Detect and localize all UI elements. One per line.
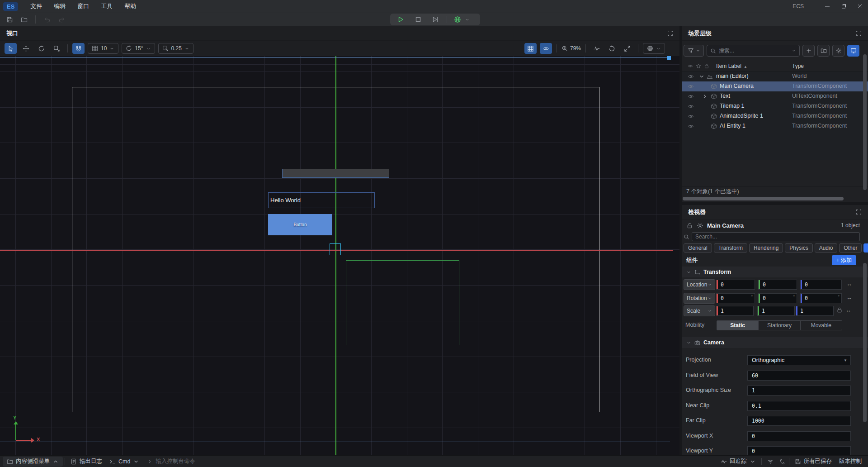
near-clip-input[interactable] [748,403,850,409]
hierarchy-settings-button[interactable] [832,45,844,57]
scene-canvas[interactable]: Hello World Button Y X [0,56,679,455]
hierarchy-row-ai-entity[interactable]: AI Entity 1 TransformComponent [682,121,868,131]
filter-button[interactable] [684,45,704,57]
run-target-dropdown[interactable] [464,15,470,24]
ui-panel-bar[interactable] [282,169,389,178]
hierarchy-row-tilemap[interactable]: Tilemap 1 TransformComponent [682,101,868,111]
run-target-button[interactable] [453,15,462,24]
hierarchy-expand-button[interactable] [856,30,862,36]
redo-button[interactable] [57,14,66,24]
rotation-y-field[interactable]: ° [758,293,797,303]
selection-handle[interactable] [667,56,671,60]
scale-tool-button[interactable] [51,43,63,54]
inspector-search-input[interactable] [695,234,856,240]
world-view-dropdown[interactable] [643,43,665,54]
rotation-z-input[interactable] [802,294,838,303]
select-tool-button[interactable] [5,43,17,54]
projection-dropdown[interactable]: Orthographic ▼ [747,355,851,365]
field-of-view-field[interactable] [747,371,851,381]
minimize-button[interactable] [819,0,835,13]
console-command-input[interactable]: 输入控制台命令 [143,457,199,465]
scale-y-field[interactable] [757,306,795,316]
column-item-label[interactable]: Item Label▲ [716,63,747,69]
inspector-expand-button[interactable] [856,209,862,215]
cmd-dropdown[interactable]: Cmd [106,458,143,465]
scale-z-input[interactable] [797,306,833,315]
viewport-y-input[interactable] [748,448,850,454]
viewport-link-toggle[interactable] [847,45,859,57]
far-clip-input[interactable] [748,418,850,424]
hierarchy-vertical-scrollbar[interactable] [863,54,867,190]
version-control-button[interactable]: 版本控制 [835,457,865,465]
open-folder-button[interactable] [19,14,29,24]
ui-button-element[interactable]: Button [268,214,332,235]
camera-section-header[interactable]: Camera [682,337,868,348]
visibility-eye-icon[interactable] [688,83,694,90]
location-z-field[interactable] [800,280,842,290]
close-button[interactable] [852,0,868,13]
add-component-button[interactable]: + 添加 [832,255,856,265]
viewport-x-input[interactable] [748,433,850,439]
tab-transform[interactable]: Transform [714,243,747,253]
rotate-tool-button[interactable] [35,43,47,54]
visibility-eye-icon[interactable] [688,73,694,80]
branch-button[interactable] [777,458,787,465]
add-folder-button[interactable] [817,45,830,57]
mobility-movable[interactable]: Movable [800,321,842,330]
rotation-x-input[interactable] [718,294,751,303]
location-z-input[interactable] [802,280,841,289]
output-log-button[interactable]: 输出日志 [67,457,106,465]
chevron-down-icon[interactable] [698,73,705,80]
app-logo[interactable]: ES [3,2,18,11]
tab-physics[interactable]: Physics [785,243,812,253]
tab-rendering[interactable]: Rendering [749,243,783,253]
scale-x-field[interactable] [716,306,754,316]
location-x-input[interactable] [718,280,755,289]
sprite-bounds-rect[interactable] [346,260,459,345]
rotation-x-field[interactable]: ° [716,293,755,303]
visibility-eye-icon[interactable] [688,113,694,119]
rotation-dropdown[interactable]: Rotation [684,293,715,304]
selection-anchor-box[interactable] [330,243,341,255]
uniform-scale-lock-icon[interactable] [836,307,843,313]
far-clip-field[interactable] [747,416,851,426]
grid-snap-dropdown[interactable]: 10 [88,43,118,54]
add-entity-button[interactable] [802,45,815,57]
undo-button[interactable] [42,14,52,24]
mobility-static[interactable]: Static [717,321,758,330]
menu-tools[interactable]: 工具 [95,0,118,12]
content-drawer-button[interactable]: 内容侧滑菜单 [3,457,63,467]
stats-toggle-button[interactable] [590,43,603,54]
network-status-button[interactable] [764,458,777,465]
traceback-dropdown[interactable]: 回追踪 [717,457,760,465]
scale-x-input[interactable] [718,306,753,315]
transform-section-header[interactable]: Transform [682,267,868,277]
scale-snap-dropdown[interactable]: 0.25 [158,43,193,54]
menu-file[interactable]: 文件 [24,0,48,12]
column-type[interactable]: Type [792,63,804,69]
tab-audio[interactable]: Audio [815,243,838,253]
scale-y-input[interactable] [759,306,794,315]
maximize-button[interactable] [835,0,852,13]
gizmo-visibility-toggle[interactable] [540,43,552,54]
link-axes-icon[interactable]: ↔ [846,295,852,301]
orthographic-size-input[interactable] [748,387,850,394]
viewport-y-field[interactable] [747,446,851,455]
move-tool-button[interactable] [20,43,32,54]
hierarchy-horizontal-scrollbar[interactable] [683,197,844,200]
hierarchy-search[interactable] [707,45,800,57]
step-button[interactable] [431,15,440,24]
location-x-field[interactable] [716,280,755,290]
inspector-search[interactable] [692,232,860,241]
save-button[interactable] [5,14,14,24]
grid-visibility-toggle[interactable] [524,43,537,54]
location-y-field[interactable] [758,280,797,290]
rotation-y-input[interactable] [760,294,793,303]
orthographic-size-field[interactable] [747,386,851,396]
viewport-x-field[interactable] [747,431,851,441]
rotate-snap-dropdown[interactable]: 15° [122,43,155,54]
hierarchy-row-world[interactable]: main (Editor) World [682,71,868,81]
menu-edit[interactable]: 编辑 [48,0,71,12]
lock-icon[interactable] [686,222,693,229]
near-clip-field[interactable] [747,401,851,411]
